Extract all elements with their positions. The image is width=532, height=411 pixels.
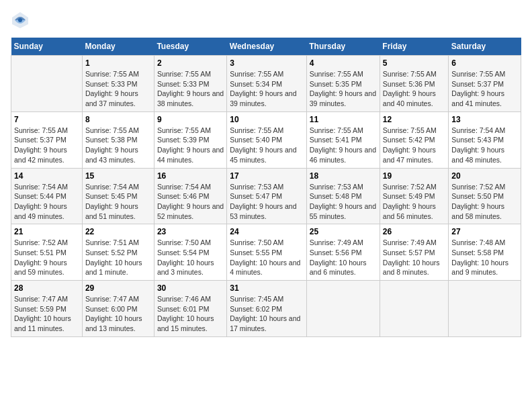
week-row-4: 21Sunrise: 7:52 AMSunset: 5:51 PMDayligh…: [11, 224, 521, 281]
day-cell: 24Sunrise: 7:50 AMSunset: 5:55 PMDayligh…: [227, 224, 307, 281]
day-cell: 3Sunrise: 7:55 AMSunset: 5:34 PMDaylight…: [227, 56, 307, 112]
day-cell: 6Sunrise: 7:55 AMSunset: 5:37 PMDaylight…: [449, 56, 521, 112]
day-detail: Sunrise: 7:52 AMSunset: 5:51 PMDaylight:…: [14, 238, 79, 277]
page-header: [11, 11, 521, 30]
day-cell: 28Sunrise: 7:47 AMSunset: 5:59 PMDayligh…: [11, 281, 83, 337]
day-number: 3: [230, 58, 304, 68]
day-cell: 14Sunrise: 7:54 AMSunset: 5:44 PMDayligh…: [11, 168, 83, 224]
header-row: SundayMondayTuesdayWednesdayThursdayFrid…: [11, 38, 521, 56]
day-detail: Sunrise: 7:53 AMSunset: 5:48 PMDaylight:…: [310, 182, 377, 222]
day-cell: 17Sunrise: 7:53 AMSunset: 5:47 PMDayligh…: [227, 168, 307, 224]
header-cell-saturday: Saturday: [449, 38, 521, 56]
calendar-table: SundayMondayTuesdayWednesdayThursdayFrid…: [11, 38, 521, 337]
day-detail: Sunrise: 7:54 AMSunset: 5:45 PMDaylight:…: [85, 182, 151, 222]
day-detail: Sunrise: 7:50 AMSunset: 5:55 PMDaylight:…: [230, 238, 304, 277]
day-detail: Sunrise: 7:54 AMSunset: 5:43 PMDaylight:…: [451, 126, 518, 165]
day-number: 18: [310, 171, 377, 181]
day-detail: Sunrise: 7:52 AMSunset: 5:49 PMDaylight:…: [383, 182, 445, 222]
day-detail: Sunrise: 7:55 AMSunset: 5:39 PMDaylight:…: [157, 126, 224, 165]
day-cell: 10Sunrise: 7:55 AMSunset: 5:40 PMDayligh…: [227, 111, 307, 168]
day-detail: Sunrise: 7:55 AMSunset: 5:33 PMDaylight:…: [85, 69, 151, 109]
day-cell: 5Sunrise: 7:55 AMSunset: 5:36 PMDaylight…: [380, 56, 448, 112]
day-detail: Sunrise: 7:47 AMSunset: 6:00 PMDaylight:…: [85, 294, 151, 334]
day-cell: 4Sunrise: 7:55 AMSunset: 5:35 PMDaylight…: [306, 56, 380, 112]
day-cell: 13Sunrise: 7:54 AMSunset: 5:43 PMDayligh…: [449, 111, 521, 168]
header-cell-monday: Monday: [82, 38, 154, 56]
day-cell: 20Sunrise: 7:52 AMSunset: 5:50 PMDayligh…: [449, 168, 521, 224]
header-cell-friday: Friday: [380, 38, 448, 56]
day-cell: 21Sunrise: 7:52 AMSunset: 5:51 PMDayligh…: [11, 224, 83, 281]
week-row-5: 28Sunrise: 7:47 AMSunset: 5:59 PMDayligh…: [11, 281, 521, 337]
day-number: 7: [14, 115, 79, 124]
day-number: 13: [451, 115, 518, 124]
day-detail: Sunrise: 7:55 AMSunset: 5:37 PMDaylight:…: [14, 126, 79, 165]
day-detail: Sunrise: 7:54 AMSunset: 5:46 PMDaylight:…: [157, 182, 224, 222]
header-cell-tuesday: Tuesday: [154, 38, 226, 56]
day-number: 16: [157, 171, 224, 181]
day-detail: Sunrise: 7:45 AMSunset: 6:02 PMDaylight:…: [230, 294, 304, 334]
day-number: 5: [383, 58, 445, 68]
day-detail: Sunrise: 7:55 AMSunset: 5:34 PMDaylight:…: [230, 69, 304, 109]
day-number: 27: [451, 227, 518, 236]
day-detail: Sunrise: 7:51 AMSunset: 5:52 PMDaylight:…: [85, 238, 151, 277]
day-cell: 23Sunrise: 7:50 AMSunset: 5:54 PMDayligh…: [154, 224, 226, 281]
day-cell: 7Sunrise: 7:55 AMSunset: 5:37 PMDaylight…: [11, 111, 83, 168]
day-number: 31: [230, 283, 304, 293]
day-cell: 18Sunrise: 7:53 AMSunset: 5:48 PMDayligh…: [306, 168, 380, 224]
day-cell: [449, 281, 521, 337]
day-detail: Sunrise: 7:55 AMSunset: 5:38 PMDaylight:…: [85, 126, 151, 165]
day-number: 8: [85, 115, 151, 124]
day-number: 30: [157, 283, 224, 293]
day-cell: 12Sunrise: 7:55 AMSunset: 5:42 PMDayligh…: [380, 111, 448, 168]
day-cell: 16Sunrise: 7:54 AMSunset: 5:46 PMDayligh…: [154, 168, 226, 224]
header-cell-wednesday: Wednesday: [227, 38, 307, 56]
day-number: 20: [451, 171, 518, 181]
day-cell: [306, 281, 380, 337]
day-detail: Sunrise: 7:49 AMSunset: 5:56 PMDaylight:…: [310, 238, 377, 277]
day-detail: Sunrise: 7:52 AMSunset: 5:50 PMDaylight:…: [451, 182, 518, 222]
day-detail: Sunrise: 7:55 AMSunset: 5:41 PMDaylight:…: [310, 126, 377, 165]
day-cell: [11, 56, 83, 112]
logo-icon: [11, 11, 30, 30]
day-number: 6: [451, 58, 518, 68]
day-cell: 2Sunrise: 7:55 AMSunset: 5:33 PMDaylight…: [154, 56, 226, 112]
day-cell: 9Sunrise: 7:55 AMSunset: 5:39 PMDaylight…: [154, 111, 226, 168]
day-detail: Sunrise: 7:54 AMSunset: 5:44 PMDaylight:…: [14, 182, 79, 222]
day-cell: 30Sunrise: 7:46 AMSunset: 6:01 PMDayligh…: [154, 281, 226, 337]
day-cell: 31Sunrise: 7:45 AMSunset: 6:02 PMDayligh…: [227, 281, 307, 337]
week-row-1: 1Sunrise: 7:55 AMSunset: 5:33 PMDaylight…: [11, 56, 521, 112]
day-detail: Sunrise: 7:55 AMSunset: 5:36 PMDaylight:…: [383, 69, 445, 109]
header-cell-sunday: Sunday: [11, 38, 83, 56]
day-detail: Sunrise: 7:55 AMSunset: 5:33 PMDaylight:…: [157, 69, 224, 109]
day-number: 12: [383, 115, 445, 124]
day-detail: Sunrise: 7:55 AMSunset: 5:35 PMDaylight:…: [310, 69, 377, 109]
day-detail: Sunrise: 7:49 AMSunset: 5:57 PMDaylight:…: [383, 238, 445, 277]
day-number: 24: [230, 227, 304, 236]
header-cell-thursday: Thursday: [306, 38, 380, 56]
day-detail: Sunrise: 7:55 AMSunset: 5:42 PMDaylight:…: [383, 126, 445, 165]
day-cell: [380, 281, 448, 337]
day-number: 22: [85, 227, 151, 236]
day-detail: Sunrise: 7:55 AMSunset: 5:40 PMDaylight:…: [230, 126, 304, 165]
day-number: 29: [85, 283, 151, 293]
day-number: 25: [310, 227, 377, 236]
day-number: 19: [383, 171, 445, 181]
day-number: 2: [157, 58, 224, 68]
day-detail: Sunrise: 7:46 AMSunset: 6:01 PMDaylight:…: [157, 294, 224, 334]
week-row-2: 7Sunrise: 7:55 AMSunset: 5:37 PMDaylight…: [11, 111, 521, 168]
day-number: 17: [230, 171, 304, 181]
day-cell: 26Sunrise: 7:49 AMSunset: 5:57 PMDayligh…: [380, 224, 448, 281]
day-cell: 22Sunrise: 7:51 AMSunset: 5:52 PMDayligh…: [82, 224, 154, 281]
day-cell: 19Sunrise: 7:52 AMSunset: 5:49 PMDayligh…: [380, 168, 448, 224]
day-number: 1: [85, 58, 151, 68]
day-number: 14: [14, 171, 79, 181]
day-number: 23: [157, 227, 224, 236]
day-cell: 8Sunrise: 7:55 AMSunset: 5:38 PMDaylight…: [82, 111, 154, 168]
day-number: 4: [310, 58, 377, 68]
day-number: 15: [85, 171, 151, 181]
day-cell: 15Sunrise: 7:54 AMSunset: 5:45 PMDayligh…: [82, 168, 154, 224]
day-number: 11: [310, 115, 377, 124]
day-number: 26: [383, 227, 445, 236]
day-cell: 29Sunrise: 7:47 AMSunset: 6:00 PMDayligh…: [82, 281, 154, 337]
day-cell: 25Sunrise: 7:49 AMSunset: 5:56 PMDayligh…: [306, 224, 380, 281]
